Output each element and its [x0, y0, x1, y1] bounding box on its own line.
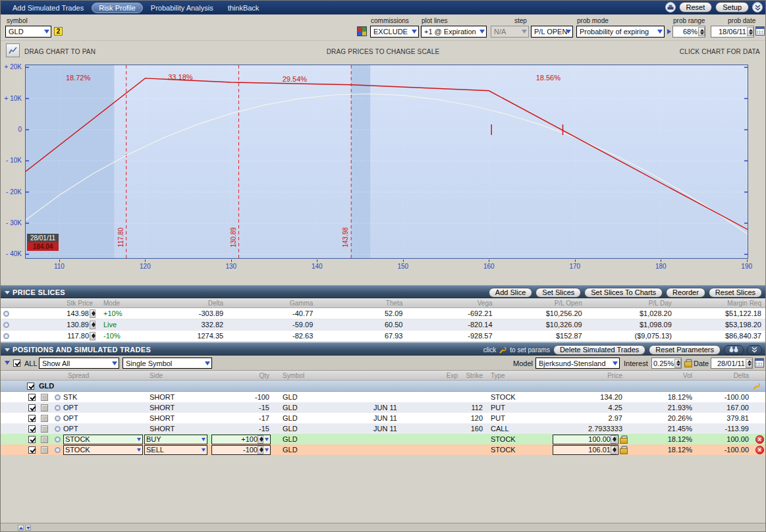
- spinner-buttons-icon[interactable]: [747, 27, 753, 36]
- side-select[interactable]: SELL: [143, 445, 210, 455]
- set-slices-button[interactable]: Set Slices: [535, 288, 581, 298]
- row-check-cell[interactable]: [1, 425, 38, 433]
- spinner-buttons-icon[interactable]: [90, 309, 96, 318]
- lock-icon[interactable]: [620, 435, 626, 444]
- row-checkbox[interactable]: [28, 415, 36, 422]
- tab-add-simulated-trades[interactable]: Add Simulated Trades: [6, 3, 90, 13]
- row-param-cell[interactable]: [38, 446, 51, 454]
- tab-thinkback[interactable]: thinkBack: [221, 3, 266, 13]
- row-checkbox[interactable]: [28, 394, 36, 401]
- spinner-buttons-icon[interactable]: [611, 446, 616, 454]
- plot-lines-select[interactable]: +1 @ Expiration: [421, 26, 487, 38]
- chart-plot[interactable]: 18.72%33.18%29.54%18.56%117.80130.89143.…: [25, 65, 748, 259]
- spinner-buttons-icon[interactable]: [674, 359, 681, 368]
- param-box-icon[interactable]: [41, 394, 48, 401]
- price-stepper[interactable]: 100.00: [551, 435, 626, 444]
- spinner-buttons-icon[interactable]: [698, 27, 705, 36]
- spinner-buttons-icon[interactable]: [90, 332, 96, 340]
- print-icon[interactable]: [665, 2, 676, 13]
- step-select[interactable]: N/A: [491, 26, 529, 38]
- delete-x-icon[interactable]: ×: [755, 446, 764, 454]
- stk-price-spinner[interactable]: 130.89: [11, 321, 97, 329]
- commissions-grid-icon[interactable]: [357, 26, 367, 36]
- prob-mode-select[interactable]: Probability of expiring: [576, 26, 665, 38]
- row-param-cell[interactable]: [38, 394, 51, 401]
- row-checkbox[interactable]: [28, 404, 36, 412]
- stk-price-spinner[interactable]: 143.98: [11, 309, 97, 318]
- side-select[interactable]: BUY: [143, 435, 210, 444]
- add-slice-button[interactable]: Add Slice: [489, 288, 532, 298]
- symbol-combo[interactable]: GLD: [5, 26, 51, 38]
- param-box-icon[interactable]: [41, 425, 48, 433]
- row-check-cell[interactable]: [1, 394, 38, 401]
- group-checkbox[interactable]: [27, 383, 34, 390]
- param-box-icon[interactable]: [41, 446, 48, 454]
- tab-risk-profile[interactable]: Risk Profile: [92, 3, 143, 13]
- show-filter-select[interactable]: Show All: [39, 358, 119, 369]
- scroll-down-button[interactable]: [25, 525, 31, 531]
- collapse-caret-icon[interactable]: [5, 348, 10, 352]
- qty-stepper[interactable]: +100: [210, 435, 273, 444]
- row-checkbox[interactable]: [28, 446, 36, 454]
- vol-cell: 21.93%: [626, 404, 696, 412]
- delete-trade-button[interactable]: ×: [753, 446, 766, 454]
- symbol-group-row[interactable]: GLD: [1, 381, 765, 392]
- instrument-select[interactable]: STOCK: [51, 435, 143, 444]
- prob-date-spinner[interactable]: 18/06/11: [711, 26, 754, 38]
- calendar-icon[interactable]: [755, 358, 764, 367]
- lock-icon[interactable]: [620, 446, 626, 454]
- expand-caret-icon[interactable]: [5, 361, 10, 365]
- param-box-icon[interactable]: [41, 436, 48, 443]
- commissions-select[interactable]: EXCLUDE: [370, 26, 419, 38]
- row-checkbox[interactable]: [28, 425, 36, 433]
- lock-icon[interactable]: [684, 359, 691, 367]
- row-param-cell[interactable]: [38, 415, 51, 422]
- setup-button[interactable]: Setup: [715, 2, 749, 13]
- param-box-icon[interactable]: [41, 404, 48, 412]
- tab-probability-analysis[interactable]: Probability Analysis: [144, 3, 220, 13]
- position-row: STKSHORT-100GLDSTOCK134.2018.12%-100.00: [1, 392, 765, 402]
- positions-date-spinner[interactable]: 28/01/11: [711, 358, 753, 369]
- link-group-badge[interactable]: 2: [54, 27, 63, 36]
- row-checkbox[interactable]: [28, 436, 36, 443]
- scope-filter-select[interactable]: Single Symbol: [123, 358, 212, 369]
- advance-arrow-icon[interactable]: [667, 29, 671, 34]
- instrument-select[interactable]: STOCK: [51, 445, 143, 455]
- row-param-cell[interactable]: [38, 404, 51, 412]
- calendar-icon[interactable]: [755, 26, 765, 36]
- set-slices-to-charts-button[interactable]: Set Slices To Charts: [584, 288, 663, 298]
- delete-trade-button[interactable]: ×: [753, 435, 766, 444]
- find-position-button[interactable]: [724, 345, 744, 355]
- scroll-up-button[interactable]: [18, 525, 24, 531]
- prob-range-spinner[interactable]: 68%: [672, 26, 705, 38]
- qty-stepper[interactable]: -100: [210, 445, 273, 455]
- collapse-caret-icon[interactable]: [5, 291, 10, 294]
- row-param-cell[interactable]: [38, 425, 51, 433]
- select-all-checkbox[interactable]: [13, 359, 20, 367]
- param-box-icon[interactable]: [41, 415, 48, 422]
- interest-spinner[interactable]: 0.25%: [651, 358, 682, 369]
- reset-button[interactable]: Reset: [679, 2, 713, 13]
- delete-x-icon[interactable]: ×: [755, 435, 764, 444]
- spinner-buttons-icon[interactable]: [258, 446, 263, 454]
- spinner-buttons-icon[interactable]: [90, 321, 96, 329]
- spinner-buttons-icon[interactable]: [258, 435, 263, 444]
- spinner-buttons-icon[interactable]: [746, 359, 752, 368]
- row-check-cell[interactable]: [1, 446, 38, 454]
- pl-mode-select[interactable]: P/L OPEN: [531, 26, 573, 38]
- stk-price-spinner[interactable]: 117.80: [11, 332, 97, 340]
- model-select[interactable]: Bjerksund-Stensland: [535, 358, 620, 369]
- price-stepper[interactable]: 106.01: [551, 445, 626, 455]
- row-param-cell[interactable]: [38, 436, 51, 443]
- collapse-groups-button[interactable]: [747, 345, 762, 355]
- row-check-cell[interactable]: [1, 415, 38, 422]
- reset-slices-button[interactable]: Reset Slices: [709, 288, 762, 298]
- reset-parameters-button[interactable]: Reset Parameters: [649, 345, 721, 355]
- wrench-icon[interactable]: [753, 383, 760, 390]
- reorder-button[interactable]: Reorder: [666, 288, 705, 298]
- row-check-cell[interactable]: [1, 436, 38, 443]
- spinner-buttons-icon[interactable]: [611, 435, 616, 444]
- collapse-panel-icon[interactable]: [752, 2, 763, 13]
- delete-simulated-trades-button[interactable]: Delete Simulated Trades: [553, 345, 645, 355]
- row-check-cell[interactable]: [1, 404, 38, 412]
